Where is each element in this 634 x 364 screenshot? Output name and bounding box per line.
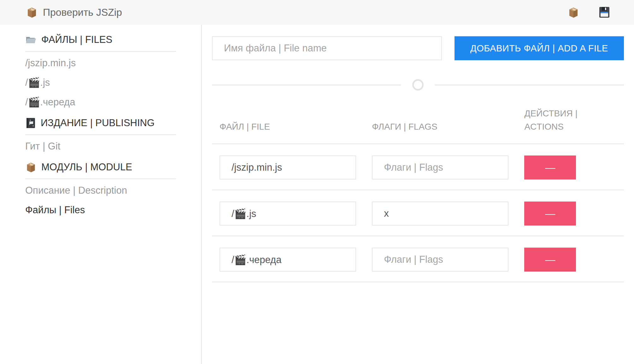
circle-ornament-icon — [412, 79, 424, 91]
package-icon — [567, 6, 579, 18]
ornament-divider — [212, 79, 624, 91]
app-window: Проверить JSZip — [0, 0, 634, 364]
sidebar-files-list: /jszip.min.js /🎬.js /🎬.череда — [25, 57, 176, 109]
topbar: Проверить JSZip — [0, 0, 634, 25]
body-row: ФАЙЛЫ | FILES /jszip.min.js /🎬.js /🎬.чер… — [0, 25, 634, 364]
add-file-form: ДОБАВИТЬ ФАЙЛ | ADD A FILE — [212, 36, 624, 60]
flags-input[interactable] — [372, 202, 508, 226]
files-table: ФАЙЛ | FILE ФЛАГИ | FLAGS ДЕЙСТВИЯ | ACT… — [212, 107, 624, 282]
table-row: — — [212, 236, 624, 282]
sidebar: ФАЙЛЫ | FILES /jszip.min.js /🎬.js /🎬.чер… — [0, 25, 202, 364]
actions-column-header: ДЕЙСТВИЯ | ACTIONS — [517, 107, 624, 144]
sidebar-item-git[interactable]: Гит | Git — [25, 140, 176, 153]
remove-file-button[interactable]: — — [524, 202, 576, 226]
sidebar-section-module-header: МОДУЛЬ | MODULE — [25, 160, 176, 174]
file-column-header: ФАЙЛ | FILE — [212, 107, 364, 144]
file-path-input[interactable] — [220, 248, 356, 272]
sidebar-divider — [25, 179, 176, 179]
sidebar-section-files-header: ФАЙЛЫ | FILES — [25, 33, 176, 47]
notebook-icon — [25, 117, 36, 129]
flags-input[interactable] — [372, 248, 508, 272]
file-name-input[interactable] — [212, 36, 442, 60]
sidebar-item-clapper-js[interactable]: /🎬.js — [25, 76, 176, 89]
sidebar-section-title: МОДУЛЬ | MODULE — [41, 161, 132, 173]
floppy-disk-icon — [598, 6, 611, 19]
package-icon — [26, 6, 38, 18]
sidebar-divider — [25, 134, 176, 135]
sidebar-section-publishing-header: ИЗДАНИЕ | PUBLISHING — [25, 116, 176, 130]
sidebar-item-clapper-chereda[interactable]: /🎬.череда — [25, 96, 176, 109]
remove-file-button[interactable]: — — [524, 248, 576, 272]
open-folder-icon — [25, 34, 37, 45]
remove-file-button[interactable]: — — [524, 156, 576, 179]
sidebar-publishing-list: Гит | Git — [25, 140, 176, 153]
main-content: ДОБАВИТЬ ФАЙЛ | ADD A FILE ФАЙЛ | FILE Ф… — [202, 25, 634, 364]
divider-line — [212, 85, 401, 85]
flags-input[interactable] — [372, 156, 508, 179]
sidebar-item-jszip-min-js[interactable]: /jszip.min.js — [25, 57, 176, 69]
sidebar-section-title: ФАЙЛЫ | FILES — [41, 34, 112, 45]
table-row: — — [212, 144, 624, 190]
app-title-group: Проверить JSZip — [26, 6, 122, 18]
package-icon — [25, 161, 37, 173]
sidebar-item-files[interactable]: Файлы | Files — [25, 204, 176, 216]
add-file-button[interactable]: ДОБАВИТЬ ФАЙЛ | ADD A FILE — [455, 36, 624, 60]
table-header-row: ФАЙЛ | FILE ФЛАГИ | FLAGS ДЕЙСТВИЯ | ACT… — [212, 107, 624, 144]
topbar-actions — [566, 5, 611, 19]
file-path-input[interactable] — [220, 156, 356, 179]
package-action-button[interactable] — [566, 5, 580, 19]
file-path-input[interactable] — [220, 202, 356, 226]
table-row: — — [212, 190, 624, 236]
divider-line — [435, 85, 624, 85]
sidebar-divider — [25, 51, 176, 52]
flags-column-header: ФЛАГИ | FLAGS — [364, 107, 517, 144]
sidebar-section-title: ИЗДАНИЕ | PUBLISHING — [41, 117, 155, 129]
sidebar-item-description[interactable]: Описание | Description — [25, 184, 176, 197]
app-title: Проверить JSZip — [43, 7, 122, 18]
sidebar-module-list: Описание | Description Файлы | Files — [25, 184, 176, 216]
save-button[interactable] — [597, 5, 611, 19]
